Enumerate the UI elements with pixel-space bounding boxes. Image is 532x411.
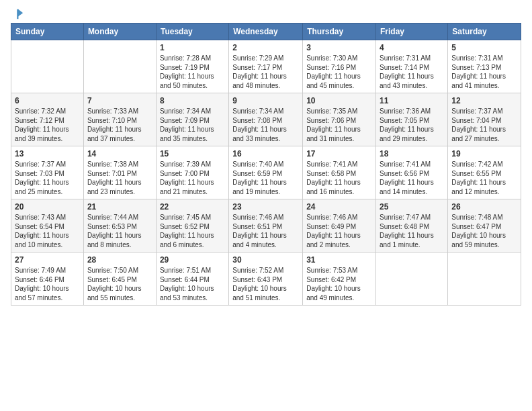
day-number: 17	[306, 149, 372, 158]
day-info: Sunrise: 7:31 AM Sunset: 7:14 PM Dayligh…	[380, 54, 444, 90]
day-number: 28	[87, 255, 152, 265]
day-info: Sunrise: 7:31 AM Sunset: 7:13 PM Dayligh…	[451, 54, 517, 90]
day-number: 1	[160, 43, 225, 52]
calendar-cell: 12Sunrise: 7:37 AM Sunset: 7:04 PM Dayli…	[448, 93, 521, 146]
day-number: 29	[160, 255, 225, 265]
day-info: Sunrise: 7:28 AM Sunset: 7:19 PM Dayligh…	[160, 54, 225, 90]
calendar-cell: 1Sunrise: 7:28 AM Sunset: 7:19 PM Daylig…	[156, 40, 228, 93]
calendar-cell: 31Sunrise: 7:53 AM Sunset: 6:42 PM Dayli…	[303, 253, 376, 306]
day-number: 26	[451, 202, 517, 212]
day-info: Sunrise: 7:40 AM Sunset: 6:59 PM Dayligh…	[232, 160, 299, 196]
calendar-cell: 26Sunrise: 7:48 AM Sunset: 6:47 PM Dayli…	[448, 199, 521, 253]
calendar-cell: 8Sunrise: 7:34 AM Sunset: 7:09 PM Daylig…	[156, 93, 228, 146]
day-info: Sunrise: 7:38 AM Sunset: 7:01 PM Dayligh…	[87, 160, 152, 196]
day-info: Sunrise: 7:36 AM Sunset: 7:05 PM Dayligh…	[380, 107, 444, 143]
day-number: 14	[87, 149, 152, 158]
calendar-cell	[11, 40, 84, 93]
svg-rect-1	[17, 9, 18, 19]
calendar-cell: 29Sunrise: 7:51 AM Sunset: 6:44 PM Dayli…	[156, 253, 228, 306]
day-info: Sunrise: 7:41 AM Sunset: 6:56 PM Dayligh…	[380, 160, 444, 196]
calendar-cell: 6Sunrise: 7:32 AM Sunset: 7:12 PM Daylig…	[11, 93, 84, 146]
day-info: Sunrise: 7:41 AM Sunset: 6:58 PM Dayligh…	[306, 160, 372, 196]
day-info: Sunrise: 7:46 AM Sunset: 6:49 PM Dayligh…	[306, 213, 372, 249]
calendar-cell: 18Sunrise: 7:41 AM Sunset: 6:56 PM Dayli…	[376, 146, 448, 199]
day-number: 31	[306, 255, 372, 265]
calendar-day-header: Wednesday	[229, 24, 303, 40]
day-number: 23	[232, 202, 299, 212]
day-info: Sunrise: 7:44 AM Sunset: 6:53 PM Dayligh…	[87, 213, 152, 249]
day-number: 19	[451, 149, 517, 158]
day-number: 10	[306, 96, 372, 105]
calendar-cell: 25Sunrise: 7:47 AM Sunset: 6:48 PM Dayli…	[376, 199, 448, 253]
day-info: Sunrise: 7:47 AM Sunset: 6:48 PM Dayligh…	[380, 213, 444, 249]
calendar-day-header: Saturday	[448, 24, 521, 40]
calendar-table: SundayMondayTuesdayWednesdayThursdayFrid…	[11, 23, 521, 306]
calendar-cell: 20Sunrise: 7:43 AM Sunset: 6:54 PM Dayli…	[11, 199, 84, 253]
day-number: 7	[87, 96, 152, 105]
day-info: Sunrise: 7:45 AM Sunset: 6:52 PM Dayligh…	[160, 213, 225, 249]
calendar-cell: 24Sunrise: 7:46 AM Sunset: 6:49 PM Dayli…	[303, 199, 376, 253]
day-info: Sunrise: 7:51 AM Sunset: 6:44 PM Dayligh…	[160, 266, 225, 302]
calendar-cell: 17Sunrise: 7:41 AM Sunset: 6:58 PM Dayli…	[303, 146, 376, 199]
calendar-cell: 14Sunrise: 7:38 AM Sunset: 7:01 PM Dayli…	[83, 146, 156, 199]
calendar-cell: 11Sunrise: 7:36 AM Sunset: 7:05 PM Dayli…	[376, 93, 448, 146]
day-number: 15	[160, 149, 225, 158]
day-number: 30	[232, 255, 299, 265]
calendar-week-row: 1Sunrise: 7:28 AM Sunset: 7:19 PM Daylig…	[11, 40, 521, 93]
calendar-week-row: 27Sunrise: 7:49 AM Sunset: 6:46 PM Dayli…	[11, 253, 521, 306]
day-info: Sunrise: 7:32 AM Sunset: 7:12 PM Dayligh…	[15, 107, 80, 143]
calendar-day-header: Friday	[376, 24, 448, 40]
calendar-cell: 7Sunrise: 7:33 AM Sunset: 7:10 PM Daylig…	[83, 93, 156, 146]
logo-flag-icon	[12, 8, 24, 20]
day-info: Sunrise: 7:30 AM Sunset: 7:16 PM Dayligh…	[306, 54, 372, 90]
day-number: 24	[306, 202, 372, 212]
day-number: 18	[380, 149, 444, 158]
calendar-day-header: Thursday	[303, 24, 376, 40]
calendar-week-row: 13Sunrise: 7:37 AM Sunset: 7:03 PM Dayli…	[11, 146, 521, 199]
calendar-cell	[83, 40, 156, 93]
page: SundayMondayTuesdayWednesdayThursdayFrid…	[0, 0, 532, 312]
calendar-day-header: Tuesday	[156, 24, 228, 40]
calendar-cell	[448, 253, 521, 306]
calendar-cell: 2Sunrise: 7:29 AM Sunset: 7:17 PM Daylig…	[229, 40, 303, 93]
day-info: Sunrise: 7:34 AM Sunset: 7:09 PM Dayligh…	[160, 107, 225, 143]
day-number: 5	[451, 43, 517, 52]
calendar-cell: 19Sunrise: 7:42 AM Sunset: 6:55 PM Dayli…	[448, 146, 521, 199]
day-number: 16	[232, 149, 299, 158]
calendar-cell: 30Sunrise: 7:52 AM Sunset: 6:43 PM Dayli…	[229, 253, 303, 306]
svg-marker-0	[18, 9, 23, 17]
day-info: Sunrise: 7:35 AM Sunset: 7:06 PM Dayligh…	[306, 107, 372, 143]
day-number: 13	[15, 149, 80, 158]
day-number: 4	[380, 43, 444, 52]
day-number: 11	[380, 96, 444, 105]
day-number: 25	[380, 202, 444, 212]
day-number: 9	[232, 96, 299, 105]
calendar-cell: 5Sunrise: 7:31 AM Sunset: 7:13 PM Daylig…	[448, 40, 521, 93]
calendar-cell: 9Sunrise: 7:34 AM Sunset: 7:08 PM Daylig…	[229, 93, 303, 146]
calendar-header-row: SundayMondayTuesdayWednesdayThursdayFrid…	[11, 24, 521, 40]
day-number: 3	[306, 43, 372, 52]
calendar-cell: 28Sunrise: 7:50 AM Sunset: 6:45 PM Dayli…	[83, 253, 156, 306]
day-info: Sunrise: 7:53 AM Sunset: 6:42 PM Dayligh…	[306, 266, 372, 302]
calendar-week-row: 20Sunrise: 7:43 AM Sunset: 6:54 PM Dayli…	[11, 199, 521, 253]
calendar-cell: 3Sunrise: 7:30 AM Sunset: 7:16 PM Daylig…	[303, 40, 376, 93]
calendar-day-header: Monday	[83, 24, 156, 40]
calendar-cell: 4Sunrise: 7:31 AM Sunset: 7:14 PM Daylig…	[376, 40, 448, 93]
calendar-week-row: 6Sunrise: 7:32 AM Sunset: 7:12 PM Daylig…	[11, 93, 521, 146]
day-info: Sunrise: 7:43 AM Sunset: 6:54 PM Dayligh…	[15, 213, 80, 249]
day-info: Sunrise: 7:37 AM Sunset: 7:04 PM Dayligh…	[451, 107, 517, 143]
calendar-cell: 27Sunrise: 7:49 AM Sunset: 6:46 PM Dayli…	[11, 253, 84, 306]
day-info: Sunrise: 7:48 AM Sunset: 6:47 PM Dayligh…	[451, 213, 517, 249]
day-number: 21	[87, 202, 152, 212]
day-number: 27	[15, 255, 80, 265]
day-info: Sunrise: 7:49 AM Sunset: 6:46 PM Dayligh…	[15, 266, 80, 302]
calendar-cell: 13Sunrise: 7:37 AM Sunset: 7:03 PM Dayli…	[11, 146, 84, 199]
calendar-cell: 22Sunrise: 7:45 AM Sunset: 6:52 PM Dayli…	[156, 199, 228, 253]
calendar-cell: 16Sunrise: 7:40 AM Sunset: 6:59 PM Dayli…	[229, 146, 303, 199]
day-info: Sunrise: 7:52 AM Sunset: 6:43 PM Dayligh…	[232, 266, 299, 302]
day-info: Sunrise: 7:37 AM Sunset: 7:03 PM Dayligh…	[15, 160, 80, 196]
day-info: Sunrise: 7:29 AM Sunset: 7:17 PM Dayligh…	[232, 54, 299, 90]
day-info: Sunrise: 7:50 AM Sunset: 6:45 PM Dayligh…	[87, 266, 152, 302]
day-number: 20	[15, 202, 80, 212]
day-info: Sunrise: 7:39 AM Sunset: 7:00 PM Dayligh…	[160, 160, 225, 196]
